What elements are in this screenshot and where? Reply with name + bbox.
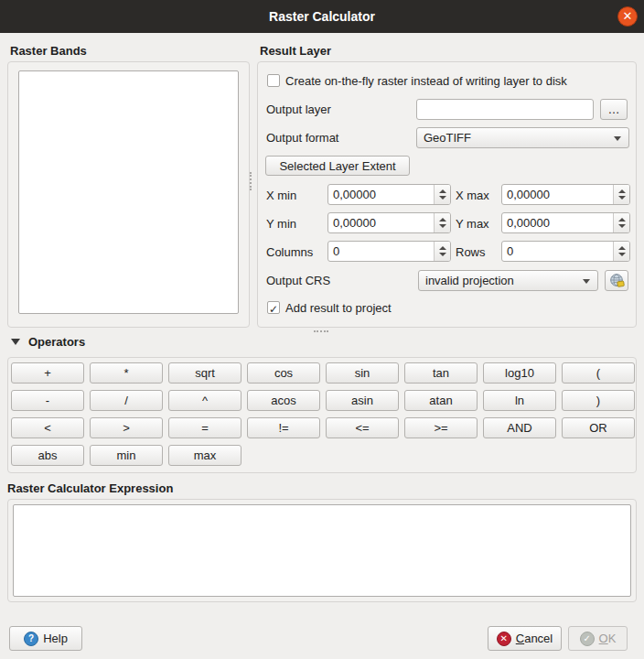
spinner-arrows-icon[interactable] <box>434 242 450 261</box>
horizontal-splitter-handle[interactable] <box>314 330 328 332</box>
operator-max-button[interactable]: max <box>168 445 242 466</box>
operator-not-equals-button[interactable]: != <box>247 417 320 438</box>
operator-and-button[interactable]: AND <box>483 417 556 438</box>
rows-label: Rows <box>456 245 486 259</box>
operator-divide-button[interactable]: / <box>90 390 163 411</box>
y-max-spinbox[interactable]: 0,00000 <box>501 212 630 233</box>
operator-log10-button[interactable]: log10 <box>483 362 556 384</box>
output-layer-browse-button[interactable]: … <box>600 99 628 120</box>
y-max-value: 0,00000 <box>502 213 613 232</box>
columns-label: Columns <box>266 245 313 259</box>
rows-value: 0 <box>502 242 613 261</box>
x-min-label: X min <box>266 189 296 202</box>
y-min-label: Y min <box>266 217 296 231</box>
result-layer-title: Result Layer <box>260 44 331 58</box>
globe-crs-icon <box>609 273 625 288</box>
selected-layer-extent-button[interactable]: Selected Layer Extent <box>265 156 410 176</box>
operator-plus-button[interactable]: + <box>11 362 84 384</box>
chevron-down-icon <box>583 279 590 284</box>
output-layer-input[interactable] <box>416 99 594 120</box>
operator-minus-button[interactable]: - <box>11 390 84 411</box>
operator-power-button[interactable]: ^ <box>168 390 242 411</box>
spinner-arrows-icon[interactable] <box>434 213 450 232</box>
help-button-label: Help <box>43 632 68 645</box>
title-bar: Raster Calculator ✕ <box>0 0 644 33</box>
raster-calculator-dialog: Raster Calculator ✕ Raster Bands Result … <box>0 0 644 659</box>
spinner-arrows-icon[interactable] <box>613 213 629 232</box>
create-on-the-fly-checkbox[interactable] <box>267 74 280 87</box>
close-button[interactable]: ✕ <box>617 6 638 27</box>
add-result-to-project-checkbox[interactable] <box>267 301 280 314</box>
operator-equals-button[interactable]: = <box>168 417 242 438</box>
output-crs-value: invalid projection <box>425 274 514 287</box>
close-icon: ✕ <box>623 9 633 23</box>
operator-open-paren-button[interactable]: ( <box>562 362 635 384</box>
select-crs-button[interactable] <box>605 270 628 291</box>
expression-textarea[interactable] <box>13 504 631 597</box>
cancel-button[interactable]: ✕ Cancel <box>488 626 562 651</box>
output-format-select[interactable]: GeoTIFF <box>416 127 629 148</box>
spinner-arrows-icon[interactable] <box>613 242 629 261</box>
help-button[interactable]: ? Help <box>9 626 82 651</box>
y-min-value: 0,00000 <box>328 213 434 232</box>
create-on-the-fly-label: Create on-the-fly raster instead of writ… <box>285 74 567 88</box>
spinner-arrows-icon[interactable] <box>434 185 450 204</box>
x-max-spinbox[interactable]: 0,00000 <box>501 184 630 205</box>
operator-abs-button[interactable]: abs <box>11 445 84 466</box>
output-layer-label: Output layer <box>266 103 331 116</box>
operator-atan-button[interactable]: atan <box>404 390 478 411</box>
x-min-value: 0,00000 <box>328 185 434 204</box>
window-title: Raster Calculator <box>0 0 644 33</box>
help-icon: ? <box>24 632 38 646</box>
cancel-button-label: Cancel <box>516 632 553 645</box>
x-min-spinbox[interactable]: 0,00000 <box>327 184 451 205</box>
columns-spinbox[interactable]: 0 <box>327 241 451 262</box>
ok-button[interactable]: ✓ OK <box>568 626 628 651</box>
operator-tan-button[interactable]: tan <box>404 362 478 384</box>
y-min-spinbox[interactable]: 0,00000 <box>327 212 451 233</box>
output-format-label: Output format <box>266 131 338 145</box>
operator-greater-equal-button[interactable]: >= <box>404 417 478 438</box>
raster-bands-title: Raster Bands <box>10 44 87 58</box>
ellipsis-icon: … <box>608 103 620 116</box>
add-result-to-project-label: Add result to project <box>285 301 392 315</box>
cancel-icon: ✕ <box>497 632 511 646</box>
ok-icon: ✓ <box>580 632 595 646</box>
operator-multiply-button[interactable]: * <box>90 362 163 384</box>
ok-button-label: OK <box>599 632 617 645</box>
operator-min-button[interactable]: min <box>90 445 163 466</box>
operator-cos-button[interactable]: cos <box>247 362 320 384</box>
y-max-label: Y max <box>456 217 489 231</box>
x-max-label: X max <box>456 189 489 202</box>
operator-close-paren-button[interactable]: ) <box>562 390 635 411</box>
expression-title: Raster Calculator Expression <box>7 481 173 495</box>
spinner-arrows-icon[interactable] <box>613 185 629 204</box>
operator-sqrt-button[interactable]: sqrt <box>168 362 242 384</box>
operator-or-button[interactable]: OR <box>562 417 635 438</box>
operator-less-than-button[interactable]: < <box>11 417 84 438</box>
output-crs-select[interactable]: invalid projection <box>418 270 598 291</box>
chevron-down-icon <box>614 136 621 141</box>
operator-sin-button[interactable]: sin <box>326 362 399 384</box>
operator-asin-button[interactable]: asin <box>326 390 399 411</box>
operators-title: Operators <box>28 335 85 349</box>
operators-grid: + * sqrt cos sin tan log10 ( - / ^ acos … <box>11 362 634 466</box>
operator-greater-than-button[interactable]: > <box>90 417 163 438</box>
output-format-value: GeoTIFF <box>424 131 471 145</box>
raster-bands-list[interactable] <box>18 70 239 314</box>
operator-ln-button[interactable]: ln <box>483 390 556 411</box>
columns-value: 0 <box>328 242 434 261</box>
vertical-splitter-handle[interactable] <box>250 172 252 190</box>
rows-spinbox[interactable]: 0 <box>501 241 630 262</box>
operator-less-equal-button[interactable]: <= <box>326 417 399 438</box>
operator-acos-button[interactable]: acos <box>247 390 320 411</box>
output-crs-label: Output CRS <box>266 274 330 287</box>
collapse-triangle-icon[interactable] <box>11 339 20 345</box>
selected-layer-extent-label: Selected Layer Extent <box>279 159 395 173</box>
x-max-value: 0,00000 <box>502 185 613 204</box>
